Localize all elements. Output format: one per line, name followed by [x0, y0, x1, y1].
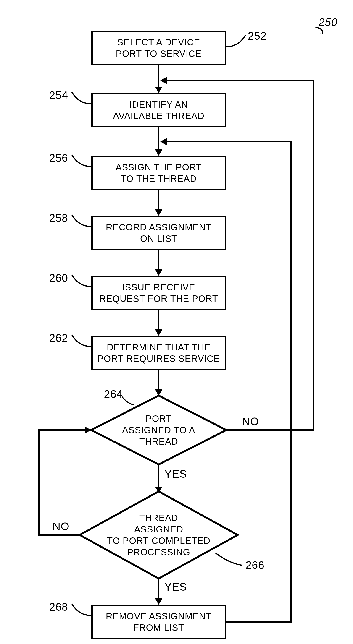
- process-box-254-text: IDENTIFY AN AVAILABLE THREAD: [113, 99, 205, 122]
- flowchart-canvas: 250 SELECT A DEVICE PORT TO SERVICE 252 …: [0, 0, 353, 644]
- arrowhead-no-264-into-254: [160, 77, 167, 84]
- arrow-264-to-266: [158, 464, 159, 487]
- leader-line-264: [121, 396, 137, 407]
- arrow-266-to-268: [158, 578, 159, 599]
- process-box-256-text: ASSIGN THE PORT TO THE THREAD: [116, 162, 202, 184]
- ref-266: 266: [245, 559, 264, 572]
- leader-line-268: [66, 603, 94, 619]
- process-box-258: RECORD ASSIGNMENT ON LIST: [91, 216, 226, 250]
- process-box-262: DETERMINE THAT THE PORT REQUIRES SERVICE: [91, 336, 226, 370]
- arrow-254-to-256: [158, 127, 159, 150]
- ref-260: 260: [49, 272, 68, 284]
- process-box-268-text: REMOVE ASSIGNMENT FROM LIST: [106, 610, 212, 633]
- ref-252: 252: [248, 30, 267, 42]
- arrow-262-to-264: [158, 370, 159, 390]
- arrowhead-loop-268-into-256: [160, 138, 167, 145]
- process-box-260-text: ISSUE RECEIVE REQUEST FOR THE PORT: [99, 282, 218, 304]
- label-yes-266: YES: [164, 580, 187, 593]
- ref-264: 264: [104, 388, 123, 400]
- ref-254: 254: [49, 89, 68, 102]
- label-no-266: NO: [53, 520, 69, 533]
- arrow-260-to-262: [158, 310, 159, 330]
- leader-line-260: [66, 274, 94, 290]
- no-266-v: [38, 429, 40, 536]
- process-box-254: IDENTIFY AN AVAILABLE THREAD: [91, 93, 226, 127]
- decision-266-text: THREAD ASSIGNED TO PORT COMPLETED PROCES…: [107, 512, 210, 558]
- process-box-258-text: RECORD ASSIGNMENT ON LIST: [106, 222, 212, 244]
- process-box-268: REMOVE ASSIGNMENT FROM LIST: [91, 605, 226, 639]
- loop-268-v: [290, 141, 292, 622]
- process-box-262-text: DETERMINE THAT THE PORT REQUIRES SERVICE: [98, 342, 220, 364]
- no-266-h1: [38, 534, 80, 536]
- process-box-256: ASSIGN THE PORT TO THE THREAD: [91, 156, 226, 190]
- label-no-264: NO: [242, 415, 259, 428]
- leader-line-254: [66, 91, 94, 107]
- arrowhead-no-266-into-264: [85, 426, 91, 434]
- leader-line-266: [215, 552, 244, 568]
- no-264-v: [312, 80, 314, 431]
- leader-line-258: [66, 214, 94, 230]
- arrowhead-252-to-254: [155, 87, 162, 93]
- figure-ref-text: 250: [318, 16, 337, 28]
- arrow-258-to-260: [158, 250, 159, 270]
- figure-reference: 250: [318, 16, 337, 28]
- leader-line-256: [66, 154, 94, 170]
- arrow-252-to-254: [158, 65, 159, 88]
- arrowhead-258-to-260: [155, 270, 162, 276]
- process-box-260: ISSUE RECEIVE REQUEST FOR THE PORT: [91, 276, 226, 310]
- label-yes-264: YES: [164, 468, 187, 480]
- ref-268: 268: [49, 601, 68, 613]
- no-264-h1: [226, 429, 314, 431]
- loop-268-h1: [226, 621, 292, 622]
- no-264-h2: [167, 80, 314, 81]
- decision-264: PORT ASSIGNED TO A THREAD: [90, 395, 227, 466]
- ref-262: 262: [49, 332, 68, 344]
- arrowhead-256-to-258: [155, 210, 162, 216]
- ref-258: 258: [49, 212, 68, 224]
- arrowhead-266-to-268: [155, 598, 162, 605]
- loop-268-h2: [167, 141, 292, 142]
- leader-line-262: [66, 334, 94, 350]
- process-box-252-text: SELECT A DEVICE PORT TO SERVICE: [116, 36, 202, 59]
- no-266-h2: [38, 429, 85, 431]
- process-box-252: SELECT A DEVICE PORT TO SERVICE: [91, 31, 226, 65]
- arrowhead-254-to-256: [155, 150, 162, 156]
- decision-264-text: PORT ASSIGNED TO A THREAD: [122, 413, 195, 447]
- arrowhead-260-to-262: [155, 330, 162, 336]
- arrow-256-to-258: [158, 190, 159, 210]
- ref-256: 256: [49, 152, 68, 164]
